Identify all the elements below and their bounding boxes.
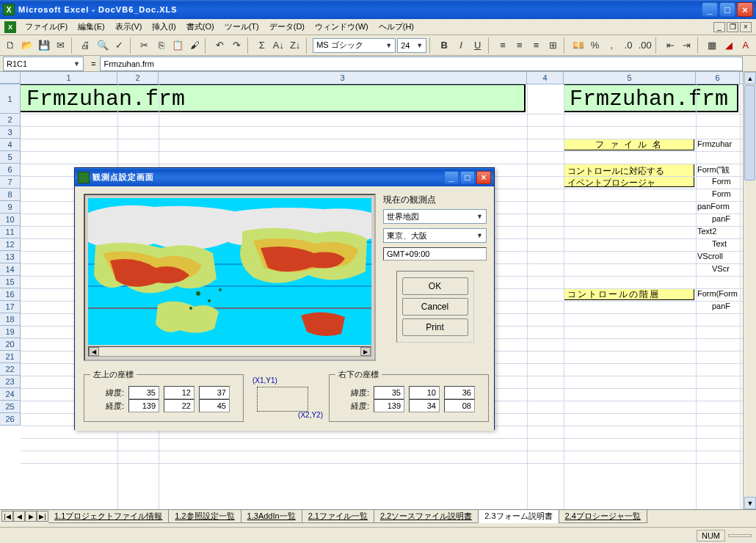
format-painter-icon[interactable]: 🖌 — [187, 37, 203, 54]
cell[interactable]: Form("観 — [697, 164, 730, 175]
world-map[interactable] — [88, 198, 371, 345]
sum-icon[interactable]: Σ — [254, 37, 269, 54]
row-header[interactable]: 6 — [0, 164, 21, 176]
print-button[interactable]: Print — [402, 318, 468, 336]
dialog-close-button[interactable]: × — [476, 171, 491, 184]
font-size-combo[interactable]: 24▼ — [397, 38, 426, 53]
increase-indent-icon[interactable]: ⇥ — [679, 37, 694, 54]
lr-lat-min[interactable]: 10 — [409, 386, 440, 399]
bold-icon[interactable]: B — [437, 37, 452, 54]
fill-color-icon[interactable]: ◢ — [722, 37, 737, 54]
cell[interactable]: Text2 — [697, 227, 716, 236]
cell[interactable]: panF — [712, 214, 730, 223]
merge-icon[interactable]: ⊞ — [545, 37, 561, 54]
preview-icon[interactable]: 🔍 — [95, 37, 110, 54]
row-header[interactable]: 10 — [0, 214, 21, 226]
decrease-indent-icon[interactable]: ⇤ — [663, 37, 678, 54]
select-all-corner[interactable] — [0, 72, 21, 84]
mail-icon[interactable]: ✉ — [53, 37, 68, 54]
menu-edit[interactable]: 編集(E) — [73, 20, 109, 34]
cell-control-event-header[interactable]: コントロールに対応するイベントプロシージャ — [564, 164, 694, 187]
cell[interactable]: Form — [712, 189, 731, 198]
maximize-button[interactable]: □ — [719, 2, 735, 17]
tab-next-icon[interactable]: ▶ — [25, 511, 37, 522]
tab-last-icon[interactable]: ▶| — [37, 511, 48, 522]
cell[interactable]: panF — [712, 302, 730, 310]
menu-file[interactable]: ファイル(F) — [21, 20, 72, 34]
cell[interactable]: panForm — [697, 202, 730, 211]
dialog-titlebar[interactable]: 観測点設定画面 _ □ × — [75, 168, 494, 186]
align-right-icon[interactable]: ≡ — [528, 37, 544, 54]
cell[interactable]: Text — [712, 239, 727, 248]
row-header[interactable]: 2 — [0, 114, 21, 126]
tab-first-icon[interactable]: |◀ — [1, 511, 13, 522]
close-button[interactable]: × — [737, 2, 753, 17]
currency-icon[interactable]: 💴 — [570, 37, 586, 54]
spell-icon[interactable]: ✓ — [112, 37, 127, 54]
col-header[interactable]: 4 — [527, 72, 564, 84]
row-header[interactable]: 19 — [0, 326, 21, 338]
row-header[interactable]: 7 — [0, 176, 21, 189]
name-box[interactable]: R1C1▼ — [3, 57, 84, 71]
sheet-tab[interactable]: 2.1ファイル一覧 — [302, 509, 374, 523]
menu-tools[interactable]: ツール(T) — [220, 20, 263, 34]
cell-merged-title-1[interactable]: Frmzuhan.frm — [21, 84, 526, 112]
row-header[interactable]: 4 — [0, 139, 21, 151]
col-header[interactable]: 5 — [564, 72, 696, 84]
col-header[interactable]: 1 — [21, 72, 117, 84]
dialog-minimize-button[interactable]: _ — [444, 171, 459, 184]
row-header[interactable]: 20 — [0, 338, 21, 351]
row-header[interactable]: 8 — [0, 189, 21, 201]
align-center-icon[interactable]: ≡ — [512, 37, 528, 54]
borders-icon[interactable]: ▦ — [705, 37, 720, 54]
copy-icon[interactable]: ⎘ — [153, 37, 169, 54]
row-header[interactable]: 25 — [0, 401, 21, 413]
city-combo[interactable]: 東京、大阪▼ — [383, 228, 487, 243]
lr-lon-deg[interactable]: 139 — [374, 399, 404, 412]
row-header[interactable]: 11 — [0, 226, 21, 238]
lr-lat-sec[interactable]: 36 — [444, 386, 475, 399]
row-header[interactable]: 21 — [0, 351, 21, 363]
cut-icon[interactable]: ✂ — [137, 37, 153, 54]
row-header[interactable]: 1 — [0, 84, 21, 114]
formula-input[interactable]: Frmzuhan.frm — [100, 57, 743, 71]
sheet-tab[interactable]: 1.3AddIn一覧 — [241, 509, 302, 523]
increase-decimal-icon[interactable]: .0 — [621, 37, 636, 54]
cell-control-hierarchy-header[interactable]: コントロールの階層 — [564, 288, 694, 300]
cell[interactable]: Form — [712, 177, 731, 186]
row-header[interactable]: 23 — [0, 376, 21, 388]
font-name-combo[interactable]: MS ゴシック▼ — [313, 38, 396, 53]
sort-desc-icon[interactable]: Z↓ — [288, 37, 303, 54]
row-header[interactable]: 14 — [0, 263, 21, 276]
mdi-minimize[interactable]: _ — [713, 22, 725, 32]
tab-prev-icon[interactable]: ◀ — [13, 511, 25, 522]
row-header[interactable]: 16 — [0, 288, 21, 301]
cell[interactable]: Frmzuhar — [697, 139, 732, 148]
map-type-combo[interactable]: 世界地図▼ — [383, 209, 487, 224]
sheet-tab[interactable]: 1.1プロジェクトファイル情報 — [48, 509, 169, 523]
col-header[interactable]: 6 — [696, 72, 740, 84]
percent-icon[interactable]: % — [587, 37, 603, 54]
ul-lon-min[interactable]: 22 — [164, 399, 195, 412]
lr-lat-deg[interactable]: 35 — [374, 386, 404, 399]
italic-icon[interactable]: I — [454, 37, 469, 54]
cell[interactable]: VScroll — [697, 252, 723, 260]
dialog-maximize-button[interactable]: □ — [460, 171, 475, 184]
paste-icon[interactable]: 📋 — [170, 37, 186, 54]
mdi-restore[interactable]: ❐ — [727, 22, 738, 32]
vertical-scrollbar[interactable]: ▲ ▼ — [743, 72, 756, 509]
decrease-decimal-icon[interactable]: .00 — [637, 37, 653, 54]
comma-icon[interactable]: , — [604, 37, 619, 54]
ul-lat-sec[interactable]: 37 — [199, 386, 230, 399]
mdi-close[interactable]: × — [740, 22, 752, 32]
save-icon[interactable]: 💾 — [36, 37, 51, 54]
col-header[interactable]: 3 — [159, 72, 527, 84]
new-icon[interactable]: 🗋 — [3, 37, 18, 54]
scroll-right-icon[interactable]: ▶ — [360, 347, 371, 356]
scroll-thumb[interactable] — [744, 85, 755, 181]
row-header[interactable]: 5 — [0, 151, 21, 164]
row-header[interactable]: 3 — [0, 126, 21, 139]
row-header[interactable]: 15 — [0, 276, 21, 288]
font-color-icon[interactable]: A — [738, 37, 753, 54]
scroll-left-icon[interactable]: ◀ — [89, 347, 99, 356]
